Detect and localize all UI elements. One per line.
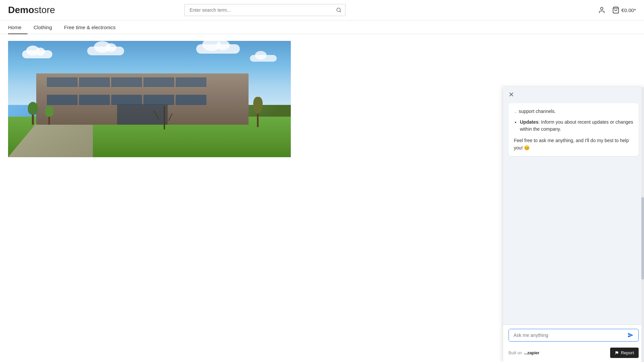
tree-2: [45, 106, 54, 125]
search-icon: [336, 7, 341, 13]
chat-free-text: Feel free to ask me anything, and I'll d…: [514, 137, 633, 152]
trees-left: [28, 102, 38, 125]
cloud-2: [87, 47, 124, 55]
hero-building: [36, 73, 248, 125]
cart-icon: [612, 6, 620, 14]
svg-line-1: [340, 11, 341, 12]
logo-bold-text: Demo: [8, 5, 34, 15]
chat-message-bubble: ... support channels. Updates: Inform yo…: [508, 103, 639, 156]
main-nav: Home Clothing Free time & electronics: [0, 20, 644, 34]
cart-button[interactable]: €0.00*: [612, 6, 636, 14]
window-row-mid: [47, 95, 238, 105]
chat-support-text: ... support channels.: [514, 108, 633, 115]
tree-right: [253, 97, 263, 127]
user-account-button[interactable]: [598, 6, 605, 14]
header-actions: €0.00*: [598, 6, 636, 14]
cart-price: €0.00*: [622, 7, 636, 13]
search-button[interactable]: [332, 4, 345, 16]
cloud-3: [196, 44, 240, 54]
site-logo[interactable]: Demostore: [8, 5, 55, 15]
search-input[interactable]: [184, 4, 345, 16]
building-entrance: [117, 104, 168, 125]
chat-list-item-updates: Updates: Inform you about recent updates…: [520, 119, 633, 133]
nav-item-clothing[interactable]: Clothing: [28, 20, 58, 34]
chat-scrollbar[interactable]: [641, 87, 644, 164]
nav-item-free-time[interactable]: Free time & electronics: [58, 20, 121, 34]
updates-label: Updates: [520, 119, 538, 125]
chat-panel: ✕ ... support channels. Updates: Inform …: [503, 87, 644, 164]
svg-point-2: [600, 7, 603, 10]
chat-close-button[interactable]: ✕: [508, 91, 514, 98]
window-row-top: [47, 77, 238, 87]
hero-image: [8, 41, 291, 157]
chat-ellipsis: ...: [514, 109, 519, 114]
chat-messages-area[interactable]: ... support channels. Updates: Inform yo…: [503, 87, 644, 164]
site-header: Demostore €0.00*: [0, 0, 644, 20]
nav-item-home[interactable]: Home: [8, 20, 28, 34]
search-wrapper: [184, 4, 345, 16]
cloud-4: [250, 55, 277, 62]
cloud-1: [22, 50, 52, 58]
logo-light-text: store: [34, 5, 55, 15]
chat-list: Updates: Inform you about recent updates…: [514, 119, 633, 133]
bare-tree-trunk: [164, 106, 165, 129]
user-icon: [598, 6, 605, 14]
